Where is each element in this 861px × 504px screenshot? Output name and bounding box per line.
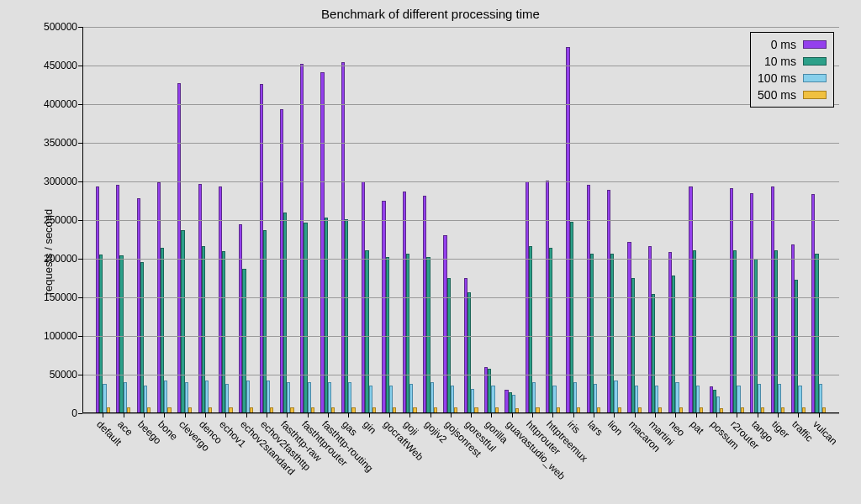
xtick-mark [308, 413, 309, 417]
legend-label: 10 ms [764, 55, 796, 68]
ytick-label: 500000 [44, 21, 77, 33]
xtick-mark [409, 413, 410, 417]
x-axis [82, 412, 839, 413]
xtick-mark [430, 413, 431, 417]
xtick-label: traffic [790, 418, 815, 444]
chart-container: Benchmark of different processing time r… [0, 0, 861, 504]
ytick-label: 0 [71, 407, 77, 419]
xtick-mark [594, 413, 594, 417]
xtick-mark [675, 413, 676, 417]
xtick-mark [614, 413, 615, 417]
xtick-mark [164, 413, 165, 417]
xtick-mark [512, 413, 513, 417]
legend-swatch [803, 57, 827, 66]
xtick-mark [185, 413, 186, 417]
xtick-label: gojiv2 [422, 418, 449, 445]
xtick-mark [225, 413, 226, 417]
ytick-label: 150000 [44, 291, 77, 303]
legend-swatch [803, 74, 827, 82]
xtick-mark [205, 413, 206, 417]
xtick-mark [552, 413, 553, 417]
xtick-mark [798, 413, 799, 417]
ytick-label: 450000 [44, 60, 77, 71]
xtick-mark [389, 413, 390, 417]
xtick-mark [287, 413, 288, 417]
xtick-mark [716, 413, 717, 417]
legend-item: 10 ms [758, 53, 827, 70]
grid-line [82, 104, 839, 105]
grid-line [82, 375, 839, 375]
xtick-label: lion [606, 418, 626, 438]
y-axis [82, 27, 83, 413]
xtick-mark [267, 413, 267, 417]
grid-line [82, 66, 839, 66]
xtick-label: gin [361, 418, 378, 436]
xtick-mark [369, 413, 370, 417]
grid-line [82, 413, 839, 414]
chart-title: Benchmark of different processing time [0, 7, 861, 21]
xtick-mark [246, 413, 247, 417]
plot-area: 0500001000001500002000002500003000003500… [82, 27, 839, 413]
grid-line [82, 27, 839, 28]
xtick-mark [573, 413, 574, 417]
xtick-mark [696, 413, 697, 417]
legend: 0 ms 10 ms 100 ms 500 ms [750, 32, 834, 108]
grid-line [82, 220, 839, 221]
ytick-label: 200000 [44, 253, 77, 265]
xtick-mark [124, 413, 124, 417]
xtick-mark [471, 413, 472, 417]
xtick-mark [758, 413, 758, 417]
grid-line [82, 143, 839, 144]
grid-line [82, 336, 839, 337]
legend-label: 100 ms [758, 71, 796, 85]
xtick-mark [491, 413, 492, 417]
legend-swatch [803, 40, 827, 49]
xtick-mark [103, 413, 103, 417]
ytick-label: 300000 [44, 176, 77, 187]
xtick-mark [655, 413, 656, 417]
grid-line [82, 297, 839, 298]
ytick-mark [78, 413, 82, 414]
xtick-mark [348, 413, 349, 417]
legend-item: 500 ms [758, 87, 827, 103]
grid-line [82, 259, 839, 260]
xtick-mark [635, 413, 636, 417]
legend-item: 0 ms [758, 36, 827, 53]
xtick-label: lars [585, 418, 605, 438]
ytick-label: 350000 [44, 137, 77, 149]
xtick-mark [819, 413, 820, 417]
legend-item: 100 ms [758, 70, 827, 87]
xtick-mark [328, 413, 329, 417]
ytick-label: 100000 [44, 330, 77, 342]
legend-swatch [803, 91, 827, 99]
xtick-mark [451, 413, 452, 417]
xtick-mark [532, 413, 533, 417]
xtick-mark [778, 413, 779, 417]
legend-label: 500 ms [758, 88, 796, 102]
ytick-label: 400000 [44, 98, 77, 110]
xtick-label: vulcan [811, 418, 839, 447]
xtick-label: pat [688, 418, 706, 437]
grid-line [82, 181, 839, 182]
ytick-label: 250000 [44, 214, 77, 226]
xtick-mark [737, 413, 737, 417]
ytick-label: 50000 [50, 369, 77, 381]
xtick-mark [144, 413, 145, 417]
legend-label: 0 ms [771, 38, 796, 51]
